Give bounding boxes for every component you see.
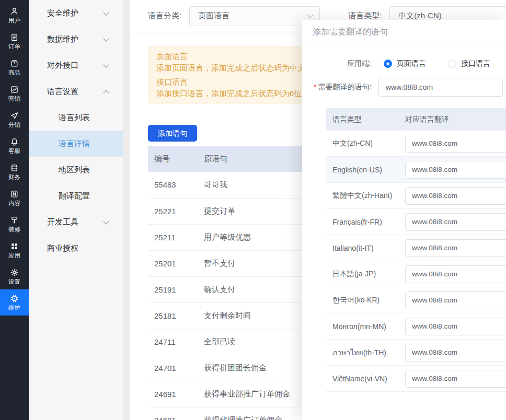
radio-checked-icon[interactable] <box>384 60 392 68</box>
translation-value-input[interactable] <box>405 187 506 205</box>
submenu-item-language-settings[interactable]: 语言设置 <box>29 78 123 104</box>
translation-value-input[interactable] <box>405 291 506 309</box>
order-icon <box>10 33 19 42</box>
submenu-item-dev-tools[interactable]: 开发工具 <box>29 209 123 235</box>
add-translation-drawer: 添加需要翻译的语句 应用端: 页面语言接口语言 *需要翻译的语句: 语言类型 对… <box>302 20 506 420</box>
translation-lang-label: 日本語(ja-JP) <box>326 270 405 279</box>
translation-value-input[interactable] <box>405 161 506 179</box>
translation-row: 繁體中文(zh-Hant) <box>326 183 506 209</box>
app-side-label: 应用端: <box>314 59 371 68</box>
submenu-item-language-detail[interactable]: 语言详情 <box>29 131 123 157</box>
rail-item-marketing[interactable]: 营销 <box>0 80 29 107</box>
rail-item-apps[interactable]: 应用 <box>0 237 29 263</box>
submenu-item-label: 对外接口 <box>47 61 78 71</box>
submenu-item-translate-config[interactable]: 翻译配置 <box>29 183 123 209</box>
phrase-id-cell: 24711 <box>148 329 198 355</box>
translation-row: 中文(zh-CN) <box>326 131 506 157</box>
chevron-down-icon <box>103 9 109 15</box>
radio-unchecked-icon[interactable] <box>448 60 456 68</box>
app-side-radio-0[interactable]: 页面语言 <box>384 59 426 68</box>
translation-lang-label: ViệtName(vi-VN) <box>326 375 405 383</box>
language-category-select[interactable]: 页面语言 <box>189 6 320 26</box>
rail-item-label: 营销 <box>8 96 20 102</box>
phrase-id-cell: 25211 <box>148 224 198 250</box>
translation-value-input[interactable] <box>405 370 506 388</box>
rail-item-settings[interactable]: 设置 <box>0 263 29 289</box>
rail-item-maintain[interactable]: 维护 <box>0 289 29 316</box>
rail-item-product[interactable]: 商品 <box>0 54 29 80</box>
product-icon <box>10 59 19 68</box>
translation-table: 语言类型 对应语言翻译 中文(zh-CN)English(en-US)繁體中文(… <box>326 108 506 392</box>
finance-icon <box>10 164 19 173</box>
translation-value-input[interactable] <box>405 344 506 361</box>
app-side-radio-1[interactable]: 接口语言 <box>448 59 490 68</box>
translation-lang-label: 한국어(ko-KR) <box>326 296 405 305</box>
translation-value-input[interactable] <box>405 213 506 231</box>
rail-item-label: 设置 <box>8 279 20 285</box>
translation-value-input[interactable] <box>405 239 506 257</box>
submenu-item-region-list[interactable]: 地区列表 <box>29 157 123 183</box>
translation-value-input[interactable] <box>405 318 506 335</box>
translation-table-body: 中文(zh-CN)English(en-US)繁體中文(zh-Hant)Fran… <box>326 131 506 392</box>
rail-item-decorate[interactable]: 装修 <box>0 211 29 237</box>
submenu-item-data-maintain[interactable]: 数据维护 <box>29 26 123 52</box>
submenu-item-label: 翻译配置 <box>59 191 90 201</box>
rail-item-label: 用户 <box>8 18 20 24</box>
translation-lang-label: Français(fr-FR) <box>326 218 405 226</box>
submenu-item-label: 语言详情 <box>59 139 90 149</box>
submenu-item-label: 商业授权 <box>47 243 78 253</box>
decorate-icon <box>10 216 19 225</box>
required-mark: * <box>314 83 316 91</box>
translation-row: Монгол(mn-MN) <box>326 313 506 340</box>
rail-item-finance[interactable]: 财务 <box>0 159 29 185</box>
settings-icon <box>10 268 19 277</box>
translation-header-value: 对应语言翻译 <box>405 115 506 124</box>
phrase-id-cell: 24691 <box>148 381 198 407</box>
maintain-icon <box>10 294 19 304</box>
phrase-id-cell: 24701 <box>148 355 198 381</box>
phrase-table-header-id: 编号 <box>148 146 198 172</box>
phrase-label: *需要翻译的语句: <box>314 83 371 92</box>
app-side-radio-group: 页面语言接口语言 <box>384 59 490 68</box>
drawer-title: 添加需要翻译的语句 <box>302 20 506 44</box>
radio-label: 接口语言 <box>461 59 490 68</box>
rail-item-service[interactable]: 客服 <box>0 133 29 159</box>
submenu-item-label: 开发工具 <box>47 217 78 227</box>
translation-header-lang: 语言类型 <box>326 115 405 124</box>
submenu-item-language-list[interactable]: 语言列表 <box>29 104 123 131</box>
rail-item-label: 装修 <box>8 227 20 233</box>
user-icon <box>10 7 19 16</box>
submenu-item-business-license[interactable]: 商业授权 <box>29 235 123 261</box>
phrase-row: *需要翻译的语句: <box>314 78 506 97</box>
language-category-label: 语言分类: <box>148 11 181 21</box>
rail-item-distribution[interactable]: 分销 <box>0 107 29 133</box>
rail-item-label: 应用 <box>8 253 20 259</box>
module-rail: 用户订单商品营销分销客服财务内容装修应用设置维护 <box>0 0 29 420</box>
phrase-id-cell: 55483 <box>148 172 198 198</box>
add-phrase-button[interactable]: 添加语句 <box>148 125 197 142</box>
translation-value-input[interactable] <box>405 265 506 283</box>
submenu-item-security-maintain[interactable]: 安全维护 <box>29 0 123 26</box>
chevron-down-icon <box>103 62 109 67</box>
rail-item-user[interactable]: 用户 <box>0 2 29 28</box>
submenu-item-label: 安全维护 <box>47 8 78 18</box>
rail-item-content[interactable]: 内容 <box>0 185 29 211</box>
phrase-input[interactable] <box>378 78 503 97</box>
translation-table-header: 语言类型 对应语言翻译 <box>326 108 506 131</box>
submenu-item-label: 语言设置 <box>47 87 78 97</box>
content-icon <box>10 190 19 199</box>
rail-item-order[interactable]: 订单 <box>0 28 29 54</box>
chevron-down-icon <box>103 36 109 41</box>
chevron-up-icon <box>103 90 109 96</box>
rail-item-label: 维护 <box>8 305 20 311</box>
submenu-item-label: 数据维护 <box>47 34 78 44</box>
translation-row: ภาษาไทย(th-TH) <box>326 340 506 366</box>
translation-row: ViệtName(vi-VN) <box>326 366 506 392</box>
phrase-id-cell: 25181 <box>148 302 198 329</box>
submenu-item-label: 语言列表 <box>59 113 90 123</box>
service-icon <box>10 137 19 147</box>
submenu-item-external-api[interactable]: 对外接口 <box>29 52 123 78</box>
language-category-value: 页面语言 <box>198 11 229 21</box>
translation-row: 한국어(ko-KR) <box>326 287 506 313</box>
translation-value-input[interactable] <box>405 135 506 153</box>
